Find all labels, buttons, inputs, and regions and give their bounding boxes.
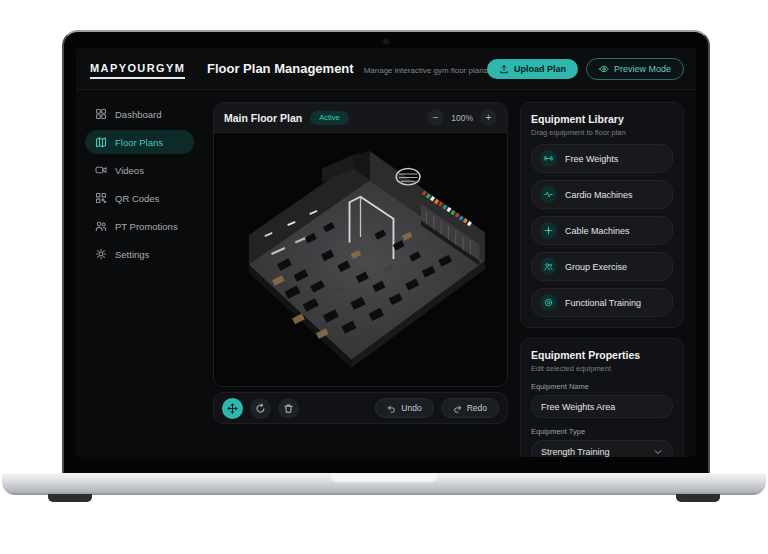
dumbbell-icon — [544, 154, 553, 163]
equipment-library-item[interactable]: Cable Machines — [531, 216, 673, 245]
preview-mode-button[interactable]: Preview Mode — [586, 58, 684, 80]
group-icon — [544, 262, 553, 271]
undo-button[interactable]: Undo — [375, 398, 433, 418]
sidebar-item-label: PT Promotions — [115, 221, 178, 232]
laptop-base — [2, 473, 766, 495]
sidebar-item[interactable]: Settings — [85, 242, 194, 266]
equipment-type-select[interactable]: Strength Training — [531, 440, 673, 457]
header-titles: Floor Plan Management Manage interactive… — [207, 61, 487, 76]
cable-icon — [544, 226, 553, 235]
trash-icon — [283, 403, 294, 414]
undo-icon — [387, 404, 396, 413]
floor-plan-card-header: Main Floor Plan Active − 100% + — [214, 103, 507, 133]
upload-plan-button[interactable]: Upload Plan — [487, 59, 578, 79]
equipment-library-item[interactable]: Cardio Machines — [531, 180, 673, 209]
page-title: Floor Plan Management — [207, 61, 354, 76]
laptop-foot-left — [48, 494, 92, 502]
video-icon — [95, 164, 107, 176]
eye-icon — [599, 64, 609, 74]
sidebar-item-label: Floor Plans — [115, 137, 163, 148]
zoom-out-button[interactable]: − — [427, 109, 444, 126]
rotate-tool-button[interactable] — [250, 398, 271, 419]
equipment-name-label: Equipment Name — [531, 382, 673, 391]
qr-code-icon — [95, 192, 107, 204]
rotate-icon — [255, 403, 266, 414]
equipment-library-item-label: Functional Training — [565, 298, 641, 308]
move-tool-button[interactable] — [222, 398, 243, 419]
sidebar: Dashboard Floor Plans Videos — [76, 90, 203, 457]
app-window: MAPYOURGYM Floor Plan Management Manage … — [76, 48, 696, 457]
right-panel: Equipment Library Drag equipment to floo… — [518, 90, 696, 457]
equipment-library-card: Equipment Library Drag equipment to floo… — [520, 102, 684, 328]
gear-icon — [95, 248, 107, 260]
laptop-foot-right — [676, 494, 720, 502]
zoom-controls: − 100% + — [427, 109, 497, 126]
laptop-mockup: MAPYOURGYM Floor Plan Management Manage … — [0, 0, 768, 554]
sidebar-item[interactable]: Floor Plans — [85, 130, 194, 154]
gym-3d-render — [214, 133, 507, 386]
equipment-type-label: Equipment Type — [531, 427, 673, 436]
logo-box: MAPYOURGYM — [76, 58, 203, 79]
chevron-down-icon — [653, 447, 663, 457]
move-icon — [227, 403, 238, 414]
header-actions: Upload Plan Preview Mode — [487, 58, 684, 80]
main-content: Main Floor Plan Active − 100% + — [203, 90, 518, 457]
sidebar-item-label: QR Codes — [115, 193, 159, 204]
equipment-library-item-label: Cable Machines — [565, 226, 630, 236]
redo-icon — [453, 404, 462, 413]
zoom-level: 100% — [451, 113, 473, 123]
sidebar-item[interactable]: Dashboard — [85, 102, 194, 126]
target-icon — [544, 298, 553, 307]
map-icon — [95, 136, 107, 148]
zoom-in-button[interactable]: + — [480, 109, 497, 126]
equipment-library-item[interactable]: Free Weights — [531, 144, 673, 173]
equipment-library-item-label: Free Weights — [565, 154, 618, 164]
webcam-icon — [384, 39, 389, 44]
app-header: MAPYOURGYM Floor Plan Management Manage … — [76, 48, 696, 90]
floor-plan-canvas[interactable] — [214, 133, 507, 386]
equipment-properties-card: Equipment Properties Edit selected equip… — [520, 338, 684, 457]
history-actions: Undo Redo — [375, 398, 499, 418]
equipment-library-item[interactable]: Functional Training — [531, 288, 673, 317]
undo-label: Undo — [401, 403, 421, 413]
equipment-library-item-label: Cardio Machines — [565, 190, 633, 200]
sidebar-item[interactable]: PT Promotions — [85, 214, 194, 238]
floor-plan-card: Main Floor Plan Active − 100% + — [213, 102, 508, 387]
brand-logo: MAPYOURGYM — [90, 62, 185, 79]
laptop-lid-notch — [328, 473, 440, 483]
sidebar-item[interactable]: Videos — [85, 158, 194, 182]
users-icon — [95, 220, 107, 232]
canvas-toolbar: Undo Redo — [213, 392, 508, 424]
sidebar-item-label: Videos — [115, 165, 144, 176]
equipment-library-title: Equipment Library — [531, 113, 673, 125]
equipment-library-item[interactable]: Group Exercise — [531, 252, 673, 281]
equipment-properties-subtitle: Edit selected equipment — [531, 364, 673, 373]
equipment-name-input[interactable]: Free Weights Area — [531, 395, 673, 418]
preview-mode-label: Preview Mode — [614, 64, 671, 74]
laptop-screen: MAPYOURGYM Floor Plan Management Manage … — [62, 30, 710, 475]
equipment-library-subtitle: Drag equipment to floor plan — [531, 128, 673, 137]
upload-icon — [499, 64, 509, 74]
page-subtitle: Manage interactive gym floor plans — [364, 66, 488, 75]
floor-plan-title: Main Floor Plan — [224, 112, 302, 124]
dashboard-grid-icon — [95, 108, 107, 120]
sidebar-item-label: Settings — [115, 249, 149, 260]
status-badge: Active — [310, 111, 348, 125]
equipment-type-value: Strength Training — [541, 447, 610, 457]
sidebar-item-label: Dashboard — [115, 109, 161, 120]
sidebar-item[interactable]: QR Codes — [85, 186, 194, 210]
delete-tool-button[interactable] — [278, 398, 299, 419]
equipment-properties-title: Equipment Properties — [531, 349, 673, 361]
equipment-name-value: Free Weights Area — [541, 402, 615, 412]
redo-button[interactable]: Redo — [441, 398, 499, 418]
equipment-library-list: Free Weights Cardio Machines — [531, 144, 673, 317]
activity-icon — [544, 190, 553, 199]
equipment-library-item-label: Group Exercise — [565, 262, 627, 272]
upload-plan-label: Upload Plan — [514, 64, 566, 74]
redo-label: Redo — [467, 403, 487, 413]
